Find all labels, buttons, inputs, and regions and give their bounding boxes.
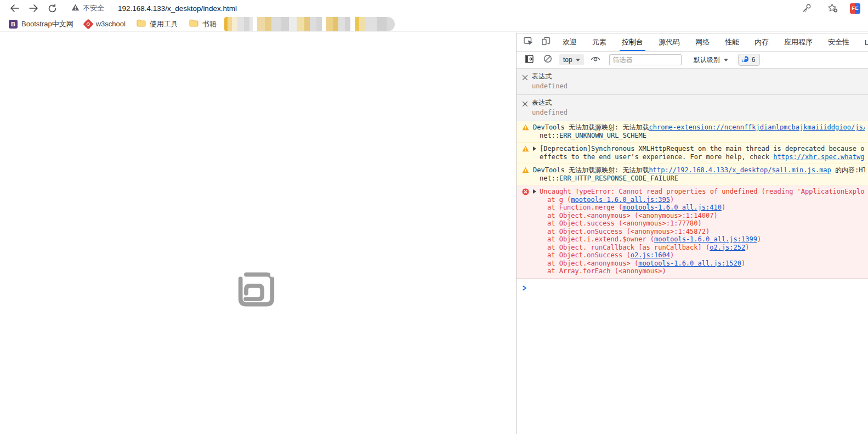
blurred-bookmark[interactable] xyxy=(257,17,322,31)
back-button[interactable] xyxy=(5,1,24,15)
message-content: DevTools 无法加载源映射: 无法加载http://192.168.4.1… xyxy=(533,166,865,182)
reload-button[interactable] xyxy=(43,1,61,15)
bootstrap-icon: B xyxy=(9,20,18,29)
bookmark-item[interactable]: 使用工具 xyxy=(132,18,183,31)
message-text: ) xyxy=(670,196,674,204)
message-text: ) xyxy=(757,235,761,243)
blurred-bookmark[interactable] xyxy=(355,17,395,31)
reload-icon xyxy=(48,4,57,13)
message-text: at g ( xyxy=(547,196,571,204)
message-link[interactable]: chrome-extension://ncennffkjdiamlpmcbajk… xyxy=(649,123,865,131)
live-expression-button[interactable] xyxy=(588,53,603,66)
tab-performance[interactable]: 性能 xyxy=(717,33,747,51)
live-expression-title: 表达式 xyxy=(532,72,568,80)
message-link[interactable]: mootools-1.6.0_all.js:410 xyxy=(622,204,722,211)
stack-frame: at Object.success (<anonymous>:1:77780) xyxy=(533,219,865,228)
message-link[interactable]: mootools-1.6.0_all.js:395 xyxy=(571,196,670,204)
message-content: Uncaught TypeError: Cannot read properti… xyxy=(533,188,865,275)
message-text: net::ERR_HTTP_RESPONSE_CODE_FAILURE xyxy=(540,174,678,182)
tab-memory[interactable]: 内存 xyxy=(747,33,776,51)
filter-input[interactable] xyxy=(609,54,682,65)
devtools-panel: 欢迎元素控制台源代码网络性能内存应用程序安全性Lighthouse top 默认… xyxy=(516,33,868,434)
device-toolbar-icon xyxy=(541,37,551,48)
live-expression-value: undefined xyxy=(532,109,568,116)
message-text: at Function.merge ( xyxy=(547,204,622,211)
bookmark-label: 使用工具 xyxy=(150,19,178,29)
message-link[interactable]: o2.js:252 xyxy=(710,244,745,251)
not-secure-icon xyxy=(71,4,80,13)
log-level-label: 默认级别 xyxy=(694,55,720,65)
clear-console-button[interactable] xyxy=(541,53,555,66)
tab-application[interactable]: 应用程序 xyxy=(776,33,820,51)
message-link[interactable]: https://xhr.spec.whatwg.org/ xyxy=(773,153,865,161)
chevron-down-icon xyxy=(724,59,728,61)
message-text: 的内容:HTTP 错 xyxy=(831,166,865,174)
console-sidebar-icon xyxy=(525,55,534,65)
blurred-bookmark[interactable] xyxy=(326,17,350,31)
live-expression: 表达式undefined xyxy=(517,95,868,121)
message-count-badge[interactable]: 6 xyxy=(738,54,761,66)
message-text: at Object.success (<anonymous>:1:77780) xyxy=(547,219,702,227)
tab-welcome[interactable]: 欢迎 xyxy=(555,33,585,51)
console-error-message: Uncaught TypeError: Cannot read properti… xyxy=(517,185,868,279)
tab-sources[interactable]: 源代码 xyxy=(651,33,688,51)
error-icon xyxy=(522,188,530,275)
stack-frame: at Object.onSuccess (o2.js:1604) xyxy=(533,251,865,260)
message-text: ) xyxy=(745,244,749,251)
page-viewport xyxy=(0,32,516,434)
message-text: net::ERR_UNKNOWN_URL_SCHEME xyxy=(540,132,646,139)
message-link[interactable]: http://192.168.4.133/x_desktop/$all.min.… xyxy=(649,166,831,174)
warning-icon xyxy=(522,123,530,139)
console-prompt[interactable] xyxy=(517,279,868,297)
message-text: ) xyxy=(741,260,745,267)
blurred-bookmark[interactable] xyxy=(224,17,253,31)
bookmark-item[interactable]: 书籍 xyxy=(185,18,221,31)
inspect-element-button[interactable] xyxy=(521,36,535,49)
message-text: DevTools 无法加载源映射: 无法加载 xyxy=(533,123,649,131)
password-key-button[interactable] xyxy=(797,1,816,15)
bookmark-item[interactable]: w3school xyxy=(80,18,130,30)
message-line: Uncaught TypeError: Cannot read properti… xyxy=(533,188,865,196)
stack-frame: at Function.merge (mootools-1.6.0_all.js… xyxy=(533,204,865,212)
tab-security[interactable]: 安全性 xyxy=(820,33,857,51)
bookmark-item[interactable]: BBootstrap中文网 xyxy=(4,18,78,31)
message-line: DevTools 无法加载源映射: 无法加载http://192.168.4.1… xyxy=(533,166,865,174)
message-link[interactable]: mootools-1.6.0_all.js:1399 xyxy=(654,235,757,243)
tab-elements[interactable]: 元素 xyxy=(585,33,614,51)
expand-caret-icon[interactable] xyxy=(533,146,536,151)
message-text: at Array.forEach (<anonymous>) xyxy=(547,267,666,275)
message-link[interactable]: mootools-1.6.0_all.js:1520 xyxy=(638,260,741,267)
log-level-selector[interactable]: 默认级别 xyxy=(694,55,728,65)
bookmark-label: w3school xyxy=(96,20,126,28)
console-warning-message: DevTools 无法加载源映射: 无法加载chrome-extension:/… xyxy=(517,121,868,143)
message-text: ) xyxy=(670,251,674,259)
tab-lighthouse[interactable]: Lighthouse xyxy=(857,33,868,51)
close-icon[interactable] xyxy=(522,99,528,116)
back-icon xyxy=(10,4,20,13)
message-text: ) xyxy=(722,204,725,211)
message-text: Uncaught TypeError: Cannot read properti… xyxy=(540,188,865,195)
message-line: effects to the end user's experience. Fo… xyxy=(533,153,865,161)
tab-network[interactable]: 网络 xyxy=(688,33,717,51)
o2-logo xyxy=(232,266,280,315)
message-text: DevTools 无法加载源映射: 无法加载 xyxy=(533,166,649,174)
close-icon[interactable] xyxy=(522,72,528,90)
fe-extension-icon[interactable]: FE xyxy=(850,3,860,14)
address-bar[interactable]: 不安全 192.168.4.133/x_desktop/index.html xyxy=(71,3,797,13)
expand-caret-icon[interactable] xyxy=(533,189,536,194)
context-selector-label: top xyxy=(563,56,572,64)
stack-frame: at Object._runCallback [as runCallback] … xyxy=(533,244,865,252)
forward-button[interactable] xyxy=(24,1,43,15)
console-sidebar-button[interactable] xyxy=(522,53,536,66)
stack-frame: at Array.forEach (<anonymous>) xyxy=(533,267,865,275)
message-link[interactable]: o2.js:1604 xyxy=(631,251,670,259)
bookmark-label: 书籍 xyxy=(202,19,217,29)
add-favorite-button[interactable] xyxy=(824,1,842,15)
security-chip[interactable]: 不安全 xyxy=(71,3,104,13)
message-text: at Object.onSuccess (<anonymous>:1:45872… xyxy=(547,228,710,235)
tab-console[interactable]: 控制台 xyxy=(614,33,651,51)
device-toolbar-button[interactable] xyxy=(538,36,553,49)
context-selector[interactable]: top xyxy=(559,54,584,65)
console-messages: 表达式undefined表达式undefinedDevTools 无法加载源映射… xyxy=(517,69,868,434)
message-line: net::ERR_UNKNOWN_URL_SCHEME xyxy=(533,132,865,140)
